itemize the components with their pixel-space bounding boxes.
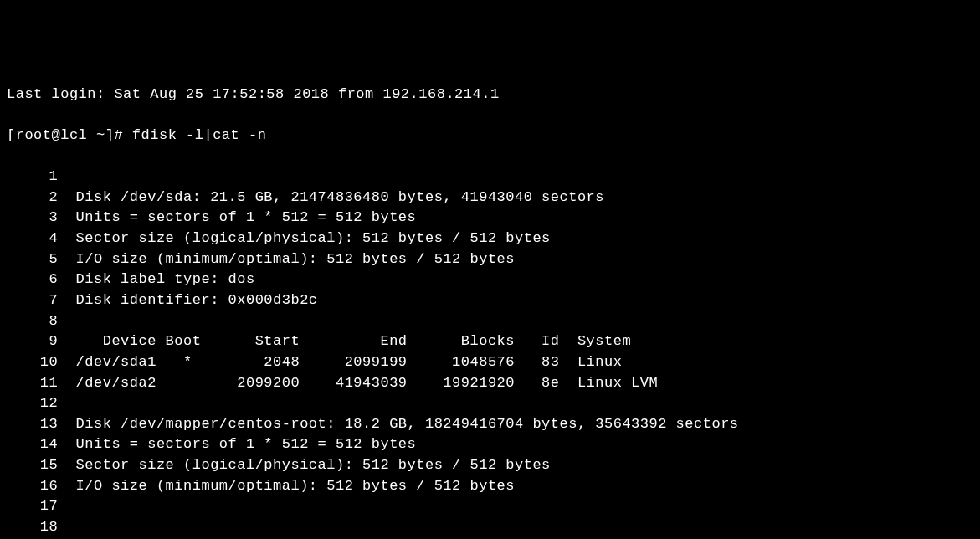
- line-number: 5: [7, 249, 58, 270]
- line-content: I/O size (minimum/optimal): 512 bytes / …: [58, 478, 515, 494]
- line-content: Device Boot Start End Blocks Id System: [58, 333, 631, 349]
- output-line: 2 Disk /dev/sda: 21.5 GB, 21474836480 by…: [7, 187, 973, 208]
- line-content: Disk label type: dos: [58, 271, 254, 287]
- output-line: 15 Sector size (logical/physical): 512 b…: [7, 455, 973, 476]
- output-line: 7 Disk identifier: 0x000d3b2c: [7, 290, 973, 311]
- output-line: 5 I/O size (minimum/optimal): 512 bytes …: [7, 249, 973, 270]
- last-login-line: Last login: Sat Aug 25 17:52:58 2018 fro…: [7, 85, 973, 105]
- line-number: 6: [7, 270, 58, 290]
- output-line: 1: [7, 167, 973, 187]
- line-content: [58, 313, 75, 329]
- line-number: 3: [7, 208, 58, 228]
- line-content: [58, 168, 75, 184]
- line-content: Disk identifier: 0x000d3b2c: [58, 292, 317, 308]
- line-number: 17: [7, 496, 58, 517]
- line-number: 2: [7, 187, 58, 208]
- line-number: 16: [7, 476, 58, 497]
- line-number: 8: [7, 311, 58, 332]
- output-line: 10 /dev/sda1 * 2048 2099199 1048576 83 L…: [7, 352, 973, 373]
- shell-prompt-1: [root@lcl ~]# fdisk -l|cat -n: [7, 126, 973, 146]
- line-number: 7: [7, 290, 58, 311]
- line-content: [58, 519, 75, 535]
- line-number: 12: [7, 393, 58, 414]
- line-number: 10: [7, 352, 58, 373]
- line-content: Disk /dev/sda: 21.5 GB, 21474836480 byte…: [58, 189, 604, 205]
- line-number: 11: [7, 373, 58, 394]
- output-line: 4 Sector size (logical/physical): 512 by…: [7, 228, 973, 249]
- output-line: 14 Units = sectors of 1 * 512 = 512 byte…: [7, 434, 973, 455]
- line-content: Disk /dev/mapper/centos-root: 18.2 GB, 1…: [58, 416, 738, 432]
- line-content: I/O size (minimum/optimal): 512 bytes / …: [58, 251, 515, 267]
- line-content: [58, 498, 75, 514]
- line-number: 4: [7, 228, 58, 249]
- line-number: 18: [7, 517, 58, 538]
- output-line: 6 Disk label type: dos: [7, 270, 973, 290]
- line-number: 14: [7, 434, 58, 455]
- output-line: 18: [7, 517, 973, 538]
- line-content: Sector size (logical/physical): 512 byte…: [58, 457, 551, 473]
- output-line: 13 Disk /dev/mapper/centos-root: 18.2 GB…: [7, 414, 973, 435]
- terminal-output: 1 2 Disk /dev/sda: 21.5 GB, 21474836480 …: [7, 167, 973, 539]
- line-number: 13: [7, 414, 58, 435]
- output-line: 11 /dev/sda2 2099200 41943039 19921920 8…: [7, 373, 973, 394]
- output-line: 16 I/O size (minimum/optimal): 512 bytes…: [7, 476, 973, 497]
- output-line: 17: [7, 496, 973, 517]
- line-content: Units = sectors of 1 * 512 = 512 bytes: [58, 209, 416, 225]
- line-number: 15: [7, 455, 58, 476]
- output-line: 9 Device Boot Start End Blocks Id System: [7, 331, 973, 352]
- line-content: Units = sectors of 1 * 512 = 512 bytes: [58, 436, 416, 452]
- output-line: 3 Units = sectors of 1 * 512 = 512 bytes: [7, 208, 973, 228]
- line-content: /dev/sda2 2099200 41943039 19921920 8e L…: [58, 375, 658, 391]
- line-content: [58, 395, 75, 411]
- line-number: 9: [7, 331, 58, 352]
- line-number: 1: [7, 167, 58, 187]
- output-line: 8: [7, 311, 973, 332]
- line-content: /dev/sda1 * 2048 2099199 1048576 83 Linu…: [58, 354, 622, 370]
- output-line: 12: [7, 393, 973, 414]
- line-content: Sector size (logical/physical): 512 byte…: [58, 230, 551, 246]
